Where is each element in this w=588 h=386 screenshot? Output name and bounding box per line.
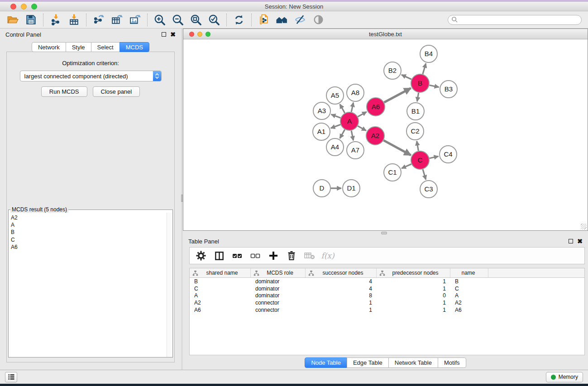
task-history-button[interactable] xyxy=(5,372,17,382)
graph-edge-A-A5[interactable] xyxy=(340,104,345,113)
minimize-window-button[interactable] xyxy=(21,4,27,10)
graph-edge-A-A7[interactable] xyxy=(351,131,353,141)
graph-edge-A-A8[interactable] xyxy=(351,103,353,112)
graph-edge-A6-B[interactable] xyxy=(384,88,411,102)
table-row[interactable]: A2connector11A2 xyxy=(190,299,584,306)
table-tab-node-table[interactable]: Node Table xyxy=(305,357,347,368)
show-graphics-details-button[interactable] xyxy=(309,13,327,27)
panel-split-divider[interactable] xyxy=(181,29,183,370)
table-row[interactable]: Bdominator41B xyxy=(190,278,584,285)
zoom-selected-button[interactable] xyxy=(205,13,223,27)
graph-edge-A-A3[interactable] xyxy=(331,114,341,118)
zoom-out-button[interactable] xyxy=(169,13,187,27)
table-tab-motifs[interactable]: Motifs xyxy=(438,357,466,368)
mcds-result-item[interactable]: A xyxy=(11,221,167,229)
graph-edge-A-A2[interactable] xyxy=(358,126,366,130)
mcds-result-item[interactable]: B xyxy=(11,229,167,236)
checked-boxes-icon xyxy=(232,250,243,261)
divider-grip-icon[interactable] xyxy=(181,195,183,202)
column-header-name[interactable]: name xyxy=(450,268,488,277)
hide-details-button[interactable] xyxy=(291,13,309,27)
tab-mcds[interactable]: MCDS xyxy=(120,42,149,52)
close-window-button[interactable] xyxy=(10,4,16,10)
table-cell: 1 xyxy=(377,300,450,306)
zoom-fit-button[interactable] xyxy=(187,13,205,27)
graph-edge-B-B3[interactable] xyxy=(430,85,439,87)
minimize-network-button[interactable] xyxy=(197,32,202,37)
first-neighbors-button[interactable] xyxy=(273,13,291,27)
scrollbar-track[interactable] xyxy=(167,213,172,357)
table-row[interactable]: Adominator80A xyxy=(190,292,584,299)
export-table-button[interactable] xyxy=(108,13,126,27)
refresh-button[interactable] xyxy=(230,13,248,27)
split-panel-icon xyxy=(214,251,225,261)
graph-edge-A-A4[interactable] xyxy=(340,129,345,138)
graph-edge-A-A1[interactable] xyxy=(331,124,341,128)
network-canvas[interactable]: B4B2BB3A8A5A6A3B1AC2A1A2A4A7C4CC1DD1C3 xyxy=(183,39,588,230)
table-tab-network-table[interactable]: Network Table xyxy=(388,357,438,368)
table-row[interactable]: A6connector11A6 xyxy=(190,306,584,314)
delete-table-button[interactable] xyxy=(302,249,317,262)
import-table-icon xyxy=(68,14,80,26)
graph-edge-B-B2[interactable] xyxy=(402,75,411,79)
search-field[interactable] xyxy=(448,15,582,25)
mcds-result-list: A2ABCA6 xyxy=(9,213,167,357)
column-header-MCDS-role[interactable]: MCDS role xyxy=(251,268,306,277)
zoom-in-button[interactable] xyxy=(151,13,169,27)
table-cell: 1 xyxy=(377,286,450,292)
column-header-shared-name[interactable]: shared name xyxy=(190,268,251,277)
close-network-button[interactable] xyxy=(189,32,194,37)
table-row[interactable]: Cdominator41C xyxy=(190,285,584,292)
export-network-button[interactable] xyxy=(90,13,108,27)
run-mcds-button[interactable]: Run MCDS xyxy=(41,86,87,97)
mcds-result-item[interactable]: A6 xyxy=(11,243,167,251)
split-panel-button[interactable] xyxy=(212,249,226,262)
export-image-button[interactable] xyxy=(126,13,144,27)
mcds-result-item[interactable]: C xyxy=(11,236,167,243)
column-header-successor-nodes[interactable]: successor nodes xyxy=(306,268,377,277)
divider-grip-icon[interactable] xyxy=(381,232,387,234)
table-tab-edge-table[interactable]: Edge Table xyxy=(347,357,389,368)
graph-node-label: C2 xyxy=(411,127,419,135)
graph-edge-C-C1[interactable] xyxy=(402,164,411,169)
criterion-select[interactable]: largest connected component (directed) xyxy=(20,71,162,81)
select-all-button[interactable] xyxy=(230,249,244,262)
float-table-panel-button[interactable] xyxy=(569,239,573,243)
zoom-out-icon xyxy=(172,14,184,26)
table-panel-divider[interactable] xyxy=(183,231,588,235)
save-session-button[interactable] xyxy=(22,13,40,27)
add-column-button[interactable] xyxy=(266,249,281,262)
fullscreen-window-button[interactable] xyxy=(31,4,37,10)
import-table-button[interactable] xyxy=(65,13,83,27)
resize-grip-icon[interactable] xyxy=(581,224,587,229)
tab-select[interactable]: Select xyxy=(91,42,120,52)
close-panel-button[interactable]: ✖ xyxy=(170,32,176,37)
column-header-predecessor-nodes[interactable]: predecessor nodes xyxy=(377,268,450,277)
maximize-network-button[interactable] xyxy=(206,32,210,37)
deselect-all-button[interactable] xyxy=(248,249,263,262)
function-builder-button[interactable]: f(x) xyxy=(320,249,335,262)
graph-edge-C-C2[interactable] xyxy=(417,141,419,151)
open-file-button[interactable] xyxy=(4,13,22,27)
float-panel-button[interactable] xyxy=(162,32,166,37)
import-network-button[interactable] xyxy=(47,13,65,27)
graph-edge-C-C4[interactable] xyxy=(430,157,439,158)
mcds-result-item[interactable]: A2 xyxy=(11,214,167,221)
graph-edge-C-C3[interactable] xyxy=(423,169,426,180)
graph-edge-A2-C[interactable] xyxy=(383,140,411,155)
close-panel-button-mcds[interactable]: Close panel xyxy=(93,86,140,97)
memory-button[interactable]: Memory xyxy=(546,372,583,382)
status-bar: Memory xyxy=(0,370,588,384)
table-cell: C xyxy=(190,286,251,292)
graph-edge-A-A6[interactable] xyxy=(358,112,367,117)
delete-column-button[interactable] xyxy=(284,249,299,262)
eye-contrast-icon xyxy=(312,14,325,26)
table-settings-button[interactable] xyxy=(194,249,208,262)
clone-network-button[interactable] xyxy=(255,13,273,27)
close-table-panel-button[interactable]: ✖ xyxy=(577,239,583,243)
search-input[interactable] xyxy=(460,16,578,24)
tab-style[interactable]: Style xyxy=(66,42,91,52)
graph-edge-B-B1[interactable] xyxy=(417,93,419,102)
graph-edge-B-B4[interactable] xyxy=(423,63,426,74)
tab-network[interactable]: Network xyxy=(32,42,66,52)
